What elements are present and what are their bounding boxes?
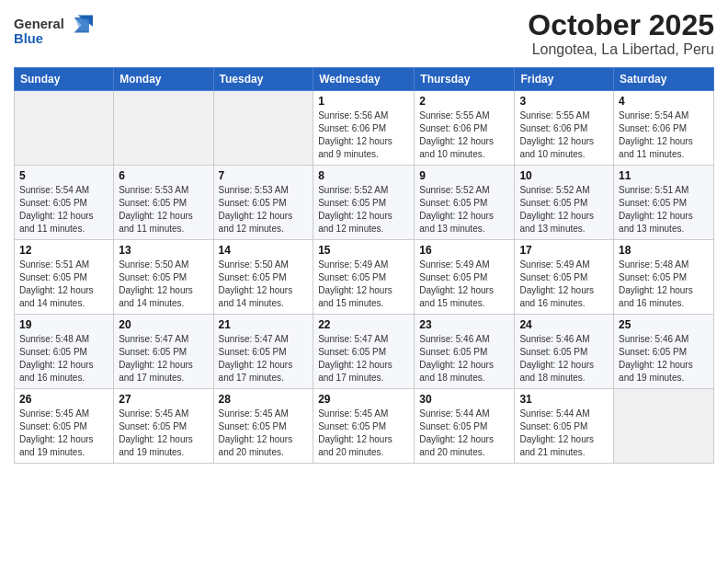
cell-day-number: 15: [318, 244, 409, 257]
cell-day-number: 5: [19, 169, 108, 182]
svg-text:Blue: Blue: [14, 31, 43, 46]
title-block: October 2025 Longotea, La Libertad, Peru: [528, 9, 714, 58]
cell-info-text: Sunrise: 5:46 AM Sunset: 6:05 PM Dayligh…: [519, 333, 609, 385]
cell-info-text: Sunrise: 5:47 AM Sunset: 6:05 PM Dayligh…: [318, 333, 409, 385]
calendar-cell: 19Sunrise: 5:48 AM Sunset: 6:05 PM Dayli…: [15, 315, 114, 389]
cell-day-number: 27: [119, 393, 208, 406]
cell-info-text: Sunrise: 5:44 AM Sunset: 6:05 PM Dayligh…: [419, 408, 509, 459]
cell-info-text: Sunrise: 5:50 AM Sunset: 6:05 PM Dayligh…: [219, 259, 309, 310]
calendar-cell: 11Sunrise: 5:51 AM Sunset: 6:05 PM Dayli…: [614, 166, 714, 240]
calendar-cell: 25Sunrise: 5:46 AM Sunset: 6:05 PM Dayli…: [614, 315, 714, 389]
cell-day-number: 22: [318, 318, 409, 331]
cell-info-text: Sunrise: 5:49 AM Sunset: 6:05 PM Dayligh…: [519, 259, 609, 310]
cell-day-number: 13: [119, 244, 208, 257]
cell-info-text: Sunrise: 5:54 AM Sunset: 6:05 PM Dayligh…: [19, 184, 108, 236]
calendar-cell: 29Sunrise: 5:45 AM Sunset: 6:05 PM Dayli…: [313, 389, 415, 464]
calendar-cell: 8Sunrise: 5:52 AM Sunset: 6:05 PM Daylig…: [313, 166, 415, 240]
cell-day-number: 24: [519, 318, 609, 331]
calendar-cell: 5Sunrise: 5:54 AM Sunset: 6:05 PM Daylig…: [15, 166, 114, 240]
cell-day-number: 4: [619, 95, 709, 108]
calendar-cell: [614, 389, 714, 464]
weekday-header-tuesday: Tuesday: [213, 68, 313, 91]
calendar-week-row: 1Sunrise: 5:56 AM Sunset: 6:06 PM Daylig…: [15, 91, 714, 166]
calendar-title: October 2025: [528, 9, 714, 41]
calendar-cell: 20Sunrise: 5:47 AM Sunset: 6:05 PM Dayli…: [114, 315, 213, 389]
calendar-cell: 28Sunrise: 5:45 AM Sunset: 6:05 PM Dayli…: [213, 389, 313, 464]
weekday-header-thursday: Thursday: [415, 68, 515, 91]
page-container: General Blue October 2025 Longotea, La L…: [0, 0, 728, 473]
cell-day-number: 23: [419, 318, 509, 331]
cell-day-number: 3: [519, 95, 609, 108]
cell-day-number: 18: [619, 244, 709, 257]
cell-day-number: 28: [219, 393, 309, 406]
calendar-cell: [114, 91, 213, 166]
cell-info-text: Sunrise: 5:52 AM Sunset: 6:05 PM Dayligh…: [419, 184, 509, 236]
cell-info-text: Sunrise: 5:55 AM Sunset: 6:06 PM Dayligh…: [419, 109, 509, 161]
cell-info-text: Sunrise: 5:49 AM Sunset: 6:05 PM Dayligh…: [318, 259, 409, 310]
cell-day-number: 8: [318, 169, 409, 182]
cell-info-text: Sunrise: 5:51 AM Sunset: 6:05 PM Dayligh…: [619, 184, 709, 236]
cell-info-text: Sunrise: 5:52 AM Sunset: 6:05 PM Dayligh…: [318, 184, 409, 236]
svg-text:General: General: [14, 17, 64, 31]
calendar-cell: 13Sunrise: 5:50 AM Sunset: 6:05 PM Dayli…: [114, 240, 213, 315]
cell-day-number: 11: [619, 169, 709, 182]
calendar-cell: 26Sunrise: 5:45 AM Sunset: 6:05 PM Dayli…: [15, 389, 114, 464]
calendar-cell: 14Sunrise: 5:50 AM Sunset: 6:05 PM Dayli…: [213, 240, 313, 315]
cell-day-number: 6: [119, 169, 208, 182]
calendar-week-row: 12Sunrise: 5:51 AM Sunset: 6:05 PM Dayli…: [15, 240, 714, 315]
calendar-week-row: 5Sunrise: 5:54 AM Sunset: 6:05 PM Daylig…: [15, 166, 714, 240]
cell-day-number: 7: [219, 169, 309, 182]
calendar-cell: 9Sunrise: 5:52 AM Sunset: 6:05 PM Daylig…: [415, 166, 515, 240]
cell-day-number: 21: [219, 318, 309, 331]
cell-info-text: Sunrise: 5:45 AM Sunset: 6:05 PM Dayligh…: [318, 408, 409, 459]
calendar-cell: 23Sunrise: 5:46 AM Sunset: 6:05 PM Dayli…: [415, 315, 515, 389]
cell-day-number: 2: [419, 95, 509, 108]
weekday-header-friday: Friday: [515, 68, 614, 91]
cell-day-number: 9: [419, 169, 509, 182]
cell-info-text: Sunrise: 5:46 AM Sunset: 6:05 PM Dayligh…: [619, 333, 709, 385]
cell-day-number: 26: [19, 393, 108, 406]
cell-info-text: Sunrise: 5:52 AM Sunset: 6:05 PM Dayligh…: [519, 184, 609, 236]
calendar-cell: 22Sunrise: 5:47 AM Sunset: 6:05 PM Dayli…: [313, 315, 415, 389]
calendar-table: SundayMondayTuesdayWednesdayThursdayFrid…: [14, 67, 714, 464]
calendar-cell: 7Sunrise: 5:53 AM Sunset: 6:05 PM Daylig…: [213, 166, 313, 240]
cell-day-number: 1: [318, 95, 409, 108]
calendar-cell: [213, 91, 313, 166]
cell-day-number: 25: [619, 318, 709, 331]
calendar-cell: 3Sunrise: 5:55 AM Sunset: 6:06 PM Daylig…: [515, 91, 614, 166]
calendar-cell: 4Sunrise: 5:54 AM Sunset: 6:06 PM Daylig…: [614, 91, 714, 166]
cell-info-text: Sunrise: 5:45 AM Sunset: 6:05 PM Dayligh…: [219, 408, 309, 459]
calendar-header-row: SundayMondayTuesdayWednesdayThursdayFrid…: [15, 68, 714, 91]
calendar-cell: 27Sunrise: 5:45 AM Sunset: 6:05 PM Dayli…: [114, 389, 213, 464]
cell-info-text: Sunrise: 5:47 AM Sunset: 6:05 PM Dayligh…: [219, 333, 309, 385]
calendar-cell: 1Sunrise: 5:56 AM Sunset: 6:06 PM Daylig…: [313, 91, 415, 166]
calendar-cell: 15Sunrise: 5:49 AM Sunset: 6:05 PM Dayli…: [313, 240, 415, 315]
calendar-cell: [15, 91, 114, 166]
cell-day-number: 30: [419, 393, 509, 406]
cell-info-text: Sunrise: 5:49 AM Sunset: 6:05 PM Dayligh…: [419, 259, 509, 310]
calendar-cell: 21Sunrise: 5:47 AM Sunset: 6:05 PM Dayli…: [213, 315, 313, 389]
calendar-cell: 30Sunrise: 5:44 AM Sunset: 6:05 PM Dayli…: [415, 389, 515, 464]
cell-day-number: 29: [318, 393, 409, 406]
logo-svg: General Blue: [14, 9, 97, 55]
cell-day-number: 10: [519, 169, 609, 182]
page-header: General Blue October 2025 Longotea, La L…: [14, 9, 714, 58]
calendar-cell: 6Sunrise: 5:53 AM Sunset: 6:05 PM Daylig…: [114, 166, 213, 240]
cell-info-text: Sunrise: 5:44 AM Sunset: 6:05 PM Dayligh…: [519, 408, 609, 459]
calendar-cell: 2Sunrise: 5:55 AM Sunset: 6:06 PM Daylig…: [415, 91, 515, 166]
cell-day-number: 31: [519, 393, 609, 406]
cell-day-number: 19: [19, 318, 108, 331]
cell-info-text: Sunrise: 5:50 AM Sunset: 6:05 PM Dayligh…: [119, 259, 208, 310]
calendar-cell: 31Sunrise: 5:44 AM Sunset: 6:05 PM Dayli…: [515, 389, 614, 464]
cell-day-number: 20: [119, 318, 208, 331]
calendar-cell: 16Sunrise: 5:49 AM Sunset: 6:05 PM Dayli…: [415, 240, 515, 315]
weekday-header-wednesday: Wednesday: [313, 68, 415, 91]
calendar-cell: 10Sunrise: 5:52 AM Sunset: 6:05 PM Dayli…: [515, 166, 614, 240]
cell-info-text: Sunrise: 5:54 AM Sunset: 6:06 PM Dayligh…: [619, 109, 709, 161]
weekday-header-sunday: Sunday: [15, 68, 114, 91]
calendar-cell: 17Sunrise: 5:49 AM Sunset: 6:05 PM Dayli…: [515, 240, 614, 315]
calendar-cell: 12Sunrise: 5:51 AM Sunset: 6:05 PM Dayli…: [15, 240, 114, 315]
svg-marker-4: [75, 19, 89, 30]
calendar-cell: 18Sunrise: 5:48 AM Sunset: 6:05 PM Dayli…: [614, 240, 714, 315]
cell-info-text: Sunrise: 5:53 AM Sunset: 6:05 PM Dayligh…: [119, 184, 208, 236]
